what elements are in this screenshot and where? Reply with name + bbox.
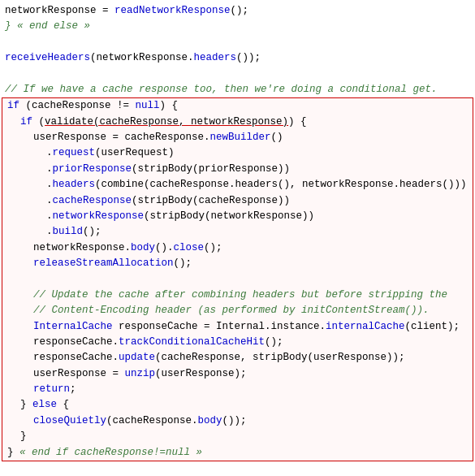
code-line: // If we have a cache response too, then… xyxy=(0,82,475,97)
code-token-normal: (stripBody(priorResponse)) xyxy=(132,162,290,177)
code-line: userResponse = unzip(userResponse); xyxy=(2,366,473,382)
code-line: // Update the cache after combining head… xyxy=(2,288,473,303)
code-token-normal: (cacheResponse != xyxy=(19,98,136,114)
code-viewer: networkResponse = readNetworkResponse();… xyxy=(0,0,475,476)
code-token-method: build xyxy=(53,224,84,240)
code-line: } else { xyxy=(2,397,473,413)
code-token-kw: if xyxy=(7,98,19,114)
code-token-normal: . xyxy=(46,193,53,209)
code-line: responseCache.update(cacheResponse, stri… xyxy=(2,350,473,366)
code-token-method: receiveHeaders xyxy=(5,50,90,66)
code-token-normal: ; xyxy=(70,382,76,397)
code-line xyxy=(2,271,473,287)
code-token-kw: else xyxy=(32,397,57,413)
code-token-normal: (cacheResponse, stripBody(userResponse))… xyxy=(155,350,405,366)
code-token-method: close xyxy=(174,240,205,256)
code-token-normal: (stripBody(networkResponse)) xyxy=(144,209,314,224)
code-line: .build(); xyxy=(2,224,473,240)
code-token-normal: . xyxy=(46,224,53,240)
code-token-normal: . xyxy=(46,177,53,193)
code-token-kw: networkResponse xyxy=(53,209,145,224)
code-token-method: newBuilder xyxy=(210,130,271,145)
code-token-normal: (stripBody(cacheResponse)) xyxy=(132,193,290,209)
code-token-normal: (); xyxy=(83,224,101,240)
code-token-method: internalCache xyxy=(326,319,405,335)
code-line: } « end if cacheResponse!=null » xyxy=(2,445,473,461)
code-token-normal: () xyxy=(271,130,283,145)
code-token-normal: networkResponse = xyxy=(5,3,114,19)
code-token-normal: . xyxy=(46,162,53,177)
code-line: userResponse = cacheResponse.newBuilder(… xyxy=(2,130,473,145)
code-line: closeQuietly(cacheResponse.body()); xyxy=(2,413,473,429)
code-line: } xyxy=(2,429,473,444)
code-token-method: headers xyxy=(194,50,237,66)
code-token-comment: // If we have a cache response too, then… xyxy=(5,82,438,97)
code-token-normal: (); xyxy=(174,256,192,271)
code-token-normal: (userRequest) xyxy=(95,145,175,161)
code-token-normal: ()); xyxy=(222,413,247,429)
code-token-normal: (userResponse); xyxy=(155,366,247,382)
code-token-normal: . xyxy=(46,145,53,161)
code-token-normal: responseCache = Internal.instance. xyxy=(113,319,326,335)
code-token-normal: responseCache. xyxy=(33,350,119,366)
code-token-normal: userResponse = xyxy=(33,366,125,382)
code-line: .networkResponse(stripBody(networkRespon… xyxy=(2,209,473,224)
code-token-method: request xyxy=(53,145,96,161)
code-token-normal: (cacheResponse. xyxy=(106,413,198,429)
code-token-normal: ()); xyxy=(236,50,261,66)
code-token-normal: (); xyxy=(231,3,249,19)
code-token-method: cacheResponse xyxy=(53,193,132,209)
code-line: .cacheResponse(stripBody(cacheResponse)) xyxy=(2,193,473,209)
code-token-method: unzip xyxy=(125,366,156,382)
code-token-comment: // Content-Encoding header (as performed… xyxy=(33,303,430,318)
code-token-normal: ) { xyxy=(160,98,179,114)
code-line: // Content-Encoding header (as performed… xyxy=(2,303,473,318)
code-token-normal: } xyxy=(20,429,27,444)
code-line: InternalCache responseCache = Internal.i… xyxy=(2,319,473,335)
code-token-kw: if xyxy=(20,115,32,130)
code-token-normal: ( xyxy=(32,115,45,130)
code-line: } « end else » xyxy=(0,19,475,34)
code-token-method: body xyxy=(131,240,155,256)
code-token-method: body xyxy=(198,413,222,429)
highlighted-block: if (cacheResponse != null) {if (validate… xyxy=(2,97,473,461)
code-line: .priorResponse(stripBody(priorResponse)) xyxy=(2,162,473,177)
code-line: .headers(combine(cacheResponse.headers()… xyxy=(2,177,473,193)
code-line: networkResponse = readNetworkResponse(); xyxy=(0,3,475,19)
code-token-normal: } xyxy=(20,397,32,413)
code-token-normal: networkResponse. xyxy=(33,240,131,256)
code-line: if (validate(cacheResponse, networkRespo… xyxy=(2,115,473,130)
code-token-method: releaseStreamAllocation xyxy=(33,256,174,271)
code-token-end-comment: } « end else » xyxy=(5,19,90,34)
code-token-method: closeQuietly xyxy=(33,413,106,429)
code-token-normal: . xyxy=(46,209,53,224)
code-token-normal: userResponse = cacheResponse. xyxy=(33,130,210,145)
code-token-normal: } xyxy=(7,445,14,461)
code-line: networkResponse.body().close(); xyxy=(2,240,473,256)
code-token-kw: null xyxy=(136,98,160,114)
code-line xyxy=(0,35,475,50)
code-line: .request(userRequest) xyxy=(2,145,473,161)
code-line xyxy=(0,461,475,476)
code-token-kw: return xyxy=(33,382,70,397)
code-line: return; xyxy=(2,382,473,397)
code-token-normal: (); xyxy=(204,240,222,256)
code-token-normal: (combine(cacheResponse.headers(), networ… xyxy=(95,177,467,193)
code-token-method: trackConditionalCacheHit xyxy=(119,335,265,350)
code-line: responseCache.trackConditionalCacheHit()… xyxy=(2,335,473,350)
code-token-method: headers xyxy=(53,177,96,193)
code-line: releaseStreamAllocation(); xyxy=(2,256,473,271)
code-token-normal: (client); xyxy=(405,319,460,335)
code-token-comment: // Update the cache after combining head… xyxy=(33,288,447,303)
code-token-normal: (networkResponse. xyxy=(90,50,194,66)
code-token-end-comment: « end if cacheResponse!=null » xyxy=(14,445,203,461)
code-token-normal: responseCache. xyxy=(33,335,119,350)
code-line: receiveHeaders(networkResponse.headers()… xyxy=(0,50,475,66)
code-token-normal: (). xyxy=(155,240,174,256)
code-line xyxy=(0,67,475,82)
code-token-normal: ) { xyxy=(288,115,307,130)
code-token-method: priorResponse xyxy=(53,162,132,177)
code-line: if (cacheResponse != null) { xyxy=(2,98,473,114)
code-token-method: update xyxy=(119,350,155,366)
code-token-method: readNetworkResponse xyxy=(114,3,231,19)
